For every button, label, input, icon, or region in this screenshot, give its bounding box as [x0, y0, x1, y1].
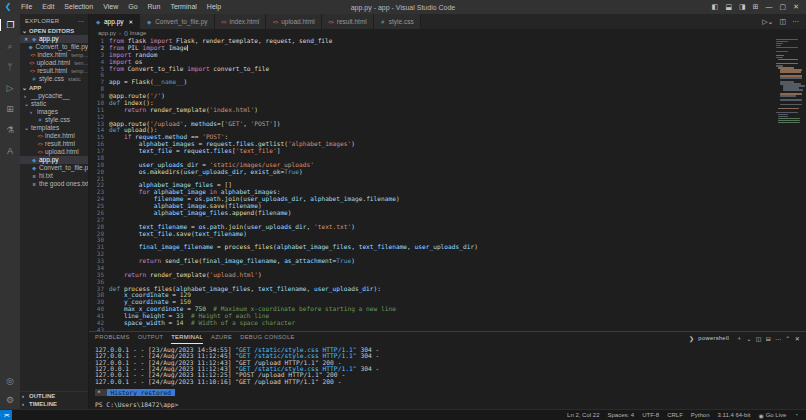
accounts-icon[interactable]: ◎	[1, 375, 20, 387]
status-eol[interactable]: CRLF	[667, 412, 683, 418]
panel-tab-debug-console[interactable]: DEBUG CONSOLE	[240, 332, 294, 344]
minimap-line	[778, 122, 800, 123]
tab-style.css[interactable]: #style.css	[374, 14, 421, 29]
shell-selector[interactable]: powershell	[698, 335, 729, 341]
panel-tab-problems[interactable]: PROBLEMS	[95, 332, 130, 344]
tab-result.html[interactable]: <>result.html	[322, 14, 374, 29]
more-actions-icon[interactable]: ⋯	[775, 335, 781, 342]
panel-tab-terminal[interactable]: TERMINAL	[171, 332, 203, 344]
code-editor[interactable]: 1from flask import Flask, render_templat…	[89, 37, 773, 331]
kill-terminal-icon[interactable]: ⊟	[766, 335, 771, 342]
section-label: TIMELINE	[29, 401, 57, 407]
status-encoding[interactable]: UTF-8	[642, 412, 659, 418]
source-control-icon[interactable]: ᛘ	[1, 61, 20, 73]
menu-help[interactable]: Help	[202, 0, 226, 14]
section-label: OUTLINE	[29, 393, 55, 399]
open-editor-item[interactable]: <>index.htmltemp...	[20, 51, 88, 59]
restore-icon[interactable]: ▢	[780, 3, 787, 11]
minimize-icon[interactable]: —	[766, 3, 773, 11]
tab-Convert_to_file.py[interactable]: ◆Convert_to_file.py	[140, 14, 214, 29]
sidebar-section-outline[interactable]: ›OUTLINE	[20, 392, 88, 400]
code-line: 37def process_files(alphabet_image_files…	[89, 286, 773, 293]
toggle-primary-sidebar-icon[interactable]: ◧	[712, 3, 719, 11]
open-editors-header[interactable]: ⌄ OPEN EDITORS	[20, 26, 88, 35]
toggle-panel-icon[interactable]: ⬓	[725, 3, 732, 11]
search-icon[interactable]: ⌕	[1, 40, 20, 52]
chevron-icon: ›	[24, 92, 29, 100]
code-token: ])	[273, 121, 280, 128]
tree-item[interactable]: <>index.html	[20, 132, 88, 140]
close-icon[interactable]: ✕	[793, 3, 799, 11]
close-panel-icon[interactable]: ✕	[795, 335, 800, 342]
tree-item[interactable]: ◆app.py	[20, 156, 88, 164]
tree-item[interactable]: ≡hi.txt	[20, 172, 88, 180]
azure-icon[interactable]: A	[1, 145, 20, 157]
close-icon[interactable]: ✕	[129, 19, 134, 25]
open-editor-item[interactable]: <>result.htmltemp...	[20, 67, 88, 75]
tree-item[interactable]: ⌄static	[20, 100, 88, 108]
terminal-dropdown-icon[interactable]: ⌄	[746, 335, 751, 342]
status-cursor-position[interactable]: Ln 2, Col 22	[567, 412, 599, 418]
status-language-mode[interactable]: Python	[691, 412, 710, 418]
code-token: 'text.txt'	[314, 224, 351, 231]
split-terminal-icon[interactable]: ◫	[756, 335, 762, 342]
tab-index.html[interactable]: <>index.html	[215, 14, 267, 29]
more-actions-icon[interactable]: ⋯	[792, 18, 799, 26]
settings-icon[interactable]: ⚙	[1, 394, 20, 406]
tree-item[interactable]: ≡the good ones.txt	[20, 180, 88, 188]
tree-item[interactable]: <>result.html	[20, 140, 88, 148]
breadcrumb-item[interactable]: app.py	[98, 30, 116, 36]
menu-bar: FileEditSelectionViewGoRunTerminalHelp	[16, 0, 226, 14]
new-terminal-icon[interactable]: ＋	[736, 334, 742, 343]
code-token: space_width	[124, 320, 165, 327]
workspace-header[interactable]: ⌄ APP	[20, 83, 88, 92]
activity-bar-bottom: ◎⚙	[1, 375, 20, 409]
status-notifications-bell[interactable]: ◔	[794, 412, 798, 418]
tree-item[interactable]: ◆Convert_to_file.py	[20, 164, 88, 172]
open-editor-item[interactable]: <>upload.htmltem...	[20, 59, 88, 67]
tree-item[interactable]: #style.css	[20, 116, 88, 124]
customize-layout-icon[interactable]: ⊞	[753, 3, 759, 11]
status-indentation[interactable]: Spaces: 4	[607, 412, 634, 418]
open-editor-item[interactable]: ◆Convert_to_file.py	[20, 43, 88, 51]
open-editor-item[interactable]: ✕◆app.py	[20, 35, 88, 43]
tab-app.py[interactable]: ◆app.py✕	[89, 14, 140, 29]
sidebar-more-actions-icon[interactable]: ⋯	[78, 17, 84, 24]
run-python-file-icon[interactable]: ▷⌄	[762, 18, 773, 26]
menu-edit[interactable]: Edit	[37, 0, 59, 14]
terminal[interactable]: 127.0.0.1 - - [23/Aug/2023 14:54:55] "GE…	[89, 344, 806, 409]
tab-upload.html[interactable]: <>upload.html	[266, 14, 322, 29]
editor-group: ◆app.py✕◆Convert_to_file.py<>index.html<…	[89, 14, 806, 409]
menu-file[interactable]: File	[16, 0, 37, 14]
sidebar-section-timeline[interactable]: ›TIMELINE	[20, 400, 88, 408]
panel-tab-azure[interactable]: AZURE	[211, 332, 232, 344]
split-editor-icon[interactable]: ◫	[779, 18, 786, 26]
extensions-icon[interactable]: ⊞	[1, 103, 20, 115]
tree-item[interactable]: ›images	[20, 108, 88, 116]
status-python-interpreter[interactable]: 3.11.4 64-bit	[718, 412, 751, 418]
close-icon[interactable]: ✕	[24, 35, 29, 43]
status-go-live[interactable]: ◉Go Live	[758, 412, 786, 419]
menu-go[interactable]: Go	[123, 0, 142, 14]
toggle-secondary-sidebar-icon[interactable]: ◨	[739, 3, 746, 11]
code-token: ,	[243, 169, 250, 176]
maximize-panel-icon[interactable]: ⌃	[785, 335, 790, 342]
open-editor-item[interactable]: #style.cssstatic	[20, 75, 88, 83]
menu-selection[interactable]: Selection	[59, 0, 98, 14]
breadcrumb-item[interactable]: {} Image	[124, 30, 146, 36]
testing-icon[interactable]: ⚗	[1, 124, 20, 136]
explorer-icon[interactable]: ❐	[0, 19, 20, 31]
minimap[interactable]	[773, 37, 806, 331]
menu-run[interactable]: Run	[143, 0, 166, 14]
code-line: 1from flask import Flask, render_templat…	[89, 38, 773, 45]
code-token: render_template	[150, 272, 206, 279]
run-debug-icon[interactable]: ▷	[1, 82, 20, 94]
tree-item[interactable]: ⌄templates	[20, 124, 88, 132]
menu-view[interactable]: View	[98, 0, 123, 14]
tree-item[interactable]: ›__pycache__	[20, 92, 88, 100]
log-status: 200 -	[319, 378, 342, 385]
tree-item[interactable]: <>upload.html	[20, 148, 88, 156]
menu-terminal[interactable]: Terminal	[165, 0, 201, 14]
remote-indicator[interactable]: ><	[0, 410, 12, 420]
panel-tab-output[interactable]: OUTPUT	[138, 332, 164, 344]
